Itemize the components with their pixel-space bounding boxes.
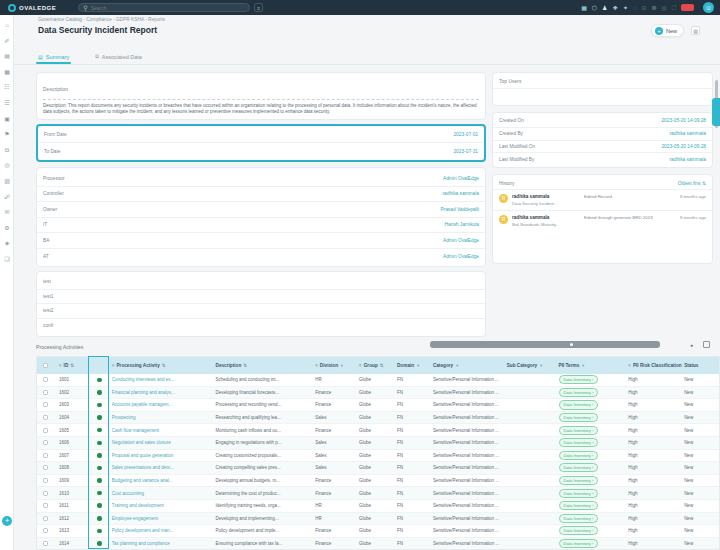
grid-icon[interactable]: ▥ bbox=[0, 178, 14, 184]
table-row[interactable]: 1602Financial planning and analys...Deve… bbox=[37, 387, 719, 400]
table-row[interactable]: 1604ProspectingResearching and qualifyin… bbox=[37, 412, 719, 425]
metadata-row[interactable]: Last Modified Byradhika sammala bbox=[493, 153, 712, 166]
modules-icon[interactable]: ❖ bbox=[612, 5, 617, 11]
row-checkbox[interactable] bbox=[43, 428, 48, 433]
pii-term-chip[interactable]: Data Inventory › bbox=[559, 476, 599, 485]
extra-field-row[interactable]: confi bbox=[37, 319, 485, 334]
row-checkbox[interactable] bbox=[43, 465, 48, 470]
notification-badge[interactable] bbox=[681, 4, 694, 11]
row-checkbox[interactable] bbox=[43, 491, 48, 496]
row-checkbox[interactable] bbox=[43, 541, 48, 546]
metadata-row[interactable]: Created On2023-05-20 14:09:28 bbox=[493, 115, 712, 128]
column-header-processing-activity[interactable]: ≡Processing Activity⇅ bbox=[110, 363, 214, 368]
table-row[interactable]: 1606Negotiation and sales closureEngagin… bbox=[37, 437, 719, 450]
table-icon[interactable]: ▦ bbox=[0, 69, 14, 75]
row-checkbox[interactable] bbox=[43, 453, 48, 458]
field-value[interactable]: Admin OvalEdge bbox=[443, 238, 479, 243]
filter-icon[interactable]: ▼ bbox=[539, 364, 543, 368]
row-checkbox[interactable] bbox=[43, 390, 48, 395]
pii-term-chip[interactable]: Data Inventory › bbox=[559, 514, 599, 523]
sort-icon[interactable]: ⇅ bbox=[243, 363, 247, 368]
cell-processing-activity[interactable]: Cash flow management bbox=[110, 428, 214, 433]
filter-icon[interactable]: ▼ bbox=[416, 364, 420, 368]
column-header-division[interactable]: ≡Division▼ bbox=[313, 363, 357, 368]
table-row[interactable]: 1610Cost accountingDetermining the cost … bbox=[37, 487, 719, 500]
help-icon[interactable]: ◌ bbox=[633, 5, 637, 11]
drag-handle-icon[interactable]: ≡ bbox=[59, 363, 62, 368]
sort-icon[interactable]: ⇅ bbox=[70, 363, 74, 368]
cell-processing-activity[interactable]: Training and development bbox=[110, 503, 214, 508]
spark-icon[interactable]: ✦ bbox=[623, 5, 628, 11]
pii-term-chip[interactable]: Data Inventory › bbox=[559, 375, 599, 384]
row-checkbox[interactable] bbox=[43, 402, 48, 407]
metadata-row[interactable]: Created Byradhika sammala bbox=[493, 128, 712, 141]
field-value[interactable]: 2023-07-31 bbox=[453, 149, 478, 154]
board-icon[interactable]: ▣ bbox=[0, 116, 14, 122]
row-checkbox-cell[interactable] bbox=[37, 428, 57, 433]
table-row[interactable]: 1608Sales presentations and dem...Creati… bbox=[37, 462, 719, 475]
date-range-box[interactable]: From Date2023-07-01To Date2023-07-31 bbox=[36, 124, 486, 162]
row-checkbox-cell[interactable] bbox=[37, 453, 57, 458]
copy-icon[interactable]: ⧉ bbox=[0, 147, 14, 153]
link-icon[interactable]: ☍ bbox=[0, 194, 14, 200]
table-expand-icon[interactable] bbox=[703, 341, 710, 348]
row-checkbox-cell[interactable] bbox=[37, 516, 57, 521]
cell-processing-activity[interactable]: Budgeting and variance anal... bbox=[110, 478, 214, 483]
horizontal-scrollbar[interactable] bbox=[430, 341, 660, 348]
mail-icon[interactable]: ✉ bbox=[0, 209, 14, 215]
drag-handle-icon[interactable]: ≡ bbox=[628, 363, 631, 368]
row-checkbox-cell[interactable] bbox=[37, 478, 57, 483]
table-row[interactable]: 1613Policy development and man...Policy … bbox=[37, 525, 719, 538]
cell-processing-activity[interactable]: Proposal and quote generation bbox=[110, 453, 214, 458]
new-button[interactable]: + New bbox=[651, 24, 684, 37]
table-row[interactable]: 1607Proposal and quote generationCreatin… bbox=[37, 450, 719, 463]
clock-icon[interactable]: ◎ bbox=[662, 5, 667, 11]
filter-icon[interactable]: ▼ bbox=[340, 364, 344, 368]
report-field-row[interactable]: OwnerPrasad Vaddepalli bbox=[37, 202, 485, 218]
cell-processing-activity[interactable]: Financial planning and analys... bbox=[110, 390, 214, 395]
user-group-icon[interactable]: ♟ bbox=[602, 5, 607, 11]
table-row[interactable]: 1612Employee engagementDeveloping and im… bbox=[37, 513, 719, 526]
report-field-row[interactable]: ProcessorAdmin OvalEdge bbox=[37, 171, 485, 187]
diamond-icon[interactable]: ◈ bbox=[0, 240, 14, 246]
pii-term-chip[interactable]: Data Inventory › bbox=[559, 539, 599, 548]
row-checkbox[interactable] bbox=[43, 377, 48, 382]
column-header-id[interactable]: ≡ID⇅ bbox=[57, 363, 89, 368]
field-value[interactable]: Admin OvalEdge bbox=[443, 176, 479, 181]
edit-icon[interactable]: ✐ bbox=[0, 38, 14, 44]
drag-handle-icon[interactable]: ≡ bbox=[112, 363, 115, 368]
menu-icon[interactable]: ☰ bbox=[0, 100, 14, 106]
field-value[interactable]: Harish Jarnikula bbox=[445, 222, 479, 227]
table-row[interactable]: 1609Budgeting and variance anal...Develo… bbox=[37, 475, 719, 488]
filter-icon[interactable]: ▼ bbox=[455, 364, 459, 368]
pii-term-chip[interactable]: Data Inventory › bbox=[559, 501, 599, 510]
history-sort-button[interactable]: Oldest first ⇅ bbox=[678, 181, 706, 186]
pii-term-chip[interactable]: Data Inventory › bbox=[559, 489, 599, 498]
table-row[interactable]: 1605Cash flow managementMonitoring cash … bbox=[37, 424, 719, 437]
row-checkbox-cell[interactable] bbox=[37, 541, 57, 546]
sort-icon[interactable]: ⇅ bbox=[380, 363, 384, 368]
cell-processing-activity[interactable]: Employee engagement bbox=[110, 516, 214, 521]
column-header-description[interactable]: Description⇅ bbox=[214, 363, 314, 368]
side-panel-tab[interactable] bbox=[712, 98, 720, 126]
column-header-domain[interactable]: Domain▼ bbox=[395, 363, 431, 368]
row-checkbox-cell[interactable] bbox=[37, 491, 57, 496]
sort-icon[interactable]: ⇅ bbox=[162, 363, 166, 368]
row-checkbox-cell[interactable] bbox=[37, 503, 57, 508]
pii-term-chip[interactable]: Data Inventory › bbox=[559, 413, 599, 422]
cell-processing-activity[interactable]: Sales presentations and dem... bbox=[110, 465, 214, 470]
row-checkbox-cell[interactable] bbox=[37, 465, 57, 470]
advanced-search-icon[interactable]: ≡ bbox=[254, 3, 263, 12]
gear-icon[interactable]: ⚙ bbox=[0, 225, 14, 231]
cell-processing-activity[interactable]: Accounts payable managem... bbox=[110, 402, 214, 407]
pii-term-chip[interactable]: Data Inventory › bbox=[559, 388, 599, 397]
cell-processing-activity[interactable]: Cost accounting bbox=[110, 491, 214, 496]
extra-field-row[interactable]: test2 bbox=[37, 304, 485, 319]
cell-processing-activity[interactable]: Tax planning and compliance bbox=[110, 541, 214, 546]
share-icon[interactable]: ⬡ bbox=[592, 5, 597, 11]
report-field-row[interactable]: ATAdmin OvalEdge bbox=[37, 249, 485, 265]
database-icon[interactable]: ☷ bbox=[0, 84, 14, 90]
tab-summary[interactable]: ▤Summary bbox=[38, 54, 69, 64]
drag-handle-icon[interactable]: ≡ bbox=[359, 363, 362, 368]
history-entry[interactable]: Rradhika sammalaBrd Standards Maturity..… bbox=[493, 210, 712, 231]
